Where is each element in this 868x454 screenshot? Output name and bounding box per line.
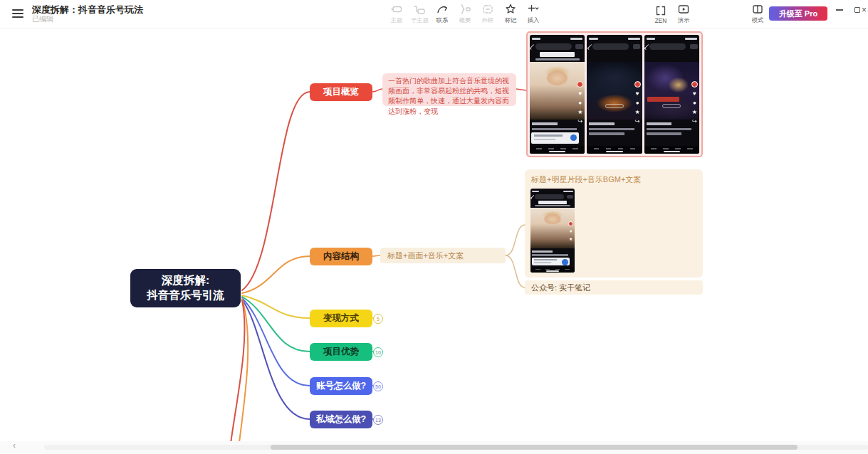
branch-label: 项目概览	[323, 86, 359, 98]
insert-button[interactable]: 插入	[522, 3, 545, 26]
layout-mode-icon	[752, 4, 763, 15]
phone-screenshot-portrait: ♥●★↪	[530, 35, 585, 154]
scroll-left-arrow-icon[interactable]: ‹	[13, 440, 16, 450]
topic-icon	[391, 4, 402, 15]
menu-icon[interactable]	[12, 9, 23, 18]
connector-child-bigpanel	[506, 225, 525, 255]
play-presentation-icon	[678, 4, 689, 15]
summary-icon	[459, 4, 471, 15]
video-screenshots-attachment[interactable]: ♥●★↪ ♥●★↪ ♥●★↪	[526, 31, 703, 157]
public-account-note[interactable]: 公众号: 实干笔记	[525, 280, 703, 295]
marker-button[interactable]: 标记	[499, 3, 522, 26]
branch-monetization[interactable]: 变现方式	[310, 310, 372, 327]
structure-detail-panel[interactable]: 标题+明星片段+音乐BGM+文案 ♥★	[525, 169, 703, 278]
phone-screenshot-concert: ♥●★↪	[644, 35, 699, 154]
branch-account-howto[interactable]: 账号怎么做?	[310, 377, 372, 395]
connector-root-to-structure	[242, 256, 310, 293]
branch-label: 私域怎么做?	[316, 413, 366, 426]
root-topic-line2: 抖音音乐号引流	[147, 288, 224, 303]
subtopic-button[interactable]: 子主题	[408, 3, 431, 26]
connector-child-pubnode	[506, 255, 525, 287]
relationship-icon	[436, 4, 448, 15]
collapse-badge-account[interactable]: 50	[373, 381, 383, 391]
horizontal-scrollbar-thumb[interactable]	[271, 445, 798, 450]
mode-button[interactable]: 模式	[746, 3, 769, 26]
structure-child-text: 标题+画面+音乐+文案	[387, 251, 464, 260]
subtopic-icon	[414, 4, 425, 15]
branch-content-structure[interactable]: 内容结构	[310, 248, 372, 265]
connector-root-to-monetize	[242, 295, 310, 318]
structure-detail-title: 标题+明星片段+音乐BGM+文案	[531, 174, 696, 185]
zen-mode-button[interactable]: ZEN	[649, 3, 672, 26]
root-topic-line1: 深度拆解:	[162, 273, 209, 288]
branch-advantages[interactable]: 项目优势	[310, 343, 372, 361]
collapse-badge-monetization[interactable]: 5	[373, 314, 383, 324]
mindmap-canvas[interactable]: 深度拆解: 抖音音乐号引流 项目概览 一首热门的歌曲加上符合音乐意境的视频画面，…	[0, 0, 868, 454]
document-title: 深度拆解：抖音音乐号玩法	[32, 4, 143, 15]
branch-label: 变现方式	[323, 312, 359, 324]
connector-note-screenshots	[516, 89, 526, 90]
topic-button[interactable]: 主题	[385, 3, 408, 26]
collapse-badge-private[interactable]: 13	[373, 415, 383, 425]
branch-label: 项目优势	[323, 346, 359, 358]
save-status: 已编辑	[32, 15, 143, 23]
phone-screenshot-night-road: ♥●★↪	[587, 35, 642, 154]
collapse-badge-advantages[interactable]: 10	[373, 347, 383, 357]
boundary-button[interactable]: 外框	[476, 3, 499, 26]
root-topic[interactable]: 深度拆解: 抖音音乐号引流	[130, 269, 241, 307]
connector-root-offscreen-1	[238, 299, 248, 454]
connector-structure-child	[372, 255, 380, 256]
branch-project-overview[interactable]: 项目概览	[310, 83, 372, 101]
connector-root-to-account	[242, 298, 310, 386]
close-button[interactable]: ×	[862, 0, 868, 20]
branch-label: 账号怎么做?	[316, 380, 366, 392]
mindmap-app-window: 深度拆解: 抖音音乐号引流 项目概览 一首热门的歌曲加上符合音乐意境的视频画面，…	[0, 0, 868, 454]
plus-insert-icon	[528, 4, 539, 15]
connector-root-to-overview	[242, 92, 310, 290]
toolbar: 深度拆解：抖音音乐号玩法 已编辑 主题 子主题 联系 概要 外框	[0, 0, 868, 28]
minimize-button[interactable]	[832, 0, 847, 20]
branch-label: 内容结构	[323, 250, 359, 263]
connector-root-offscreen-2	[229, 300, 245, 454]
document-title-block[interactable]: 深度拆解：抖音音乐号玩法 已编辑	[32, 4, 143, 23]
connector-overview-note	[372, 89, 382, 92]
upgrade-pro-button[interactable]: 升级至 Pro	[769, 6, 827, 21]
connector-root-to-advantage	[242, 297, 310, 352]
public-account-text: 公众号: 实干笔记	[531, 283, 590, 292]
connector-lines-layer	[0, 0, 868, 454]
star-marker-icon	[505, 4, 516, 15]
boundary-icon	[482, 4, 493, 15]
present-button[interactable]: 演示	[672, 3, 695, 26]
mini-phone-screenshot: ♥★	[530, 189, 575, 273]
summary-button[interactable]: 概要	[454, 3, 476, 26]
relationship-button[interactable]: 联系	[431, 3, 454, 26]
overview-note[interactable]: 一首热门的歌曲加上符合音乐意境的视频画面，非常容易起粉丝的共鸣，短视频制作简单，…	[382, 73, 516, 106]
branch-private-domain-howto[interactable]: 私域怎么做?	[310, 411, 372, 428]
structure-child-note[interactable]: 标题+画面+音乐+文案	[380, 248, 506, 263]
zen-brackets-icon	[655, 5, 666, 16]
